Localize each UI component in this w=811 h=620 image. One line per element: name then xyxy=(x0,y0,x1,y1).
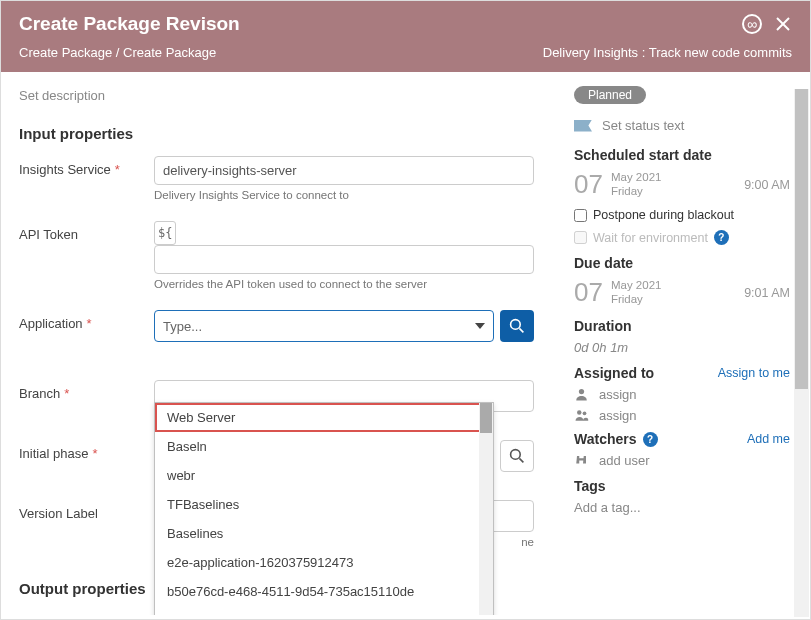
close-icon[interactable] xyxy=(774,15,792,33)
scheduled-month: May 2021 xyxy=(611,171,662,185)
dropdown-item[interactable]: e2e-application-1620375912473 xyxy=(155,548,493,577)
dropdown-scrollbar[interactable] xyxy=(479,403,493,615)
version-label-label: Version Label xyxy=(19,500,154,521)
initial-phase-search-button[interactable] xyxy=(500,440,534,472)
assigned-heading: Assigned to xyxy=(574,365,654,381)
application-dropdown: Web Server Baseln webr TFBaselines Basel… xyxy=(154,402,494,615)
scheduled-day: 07 xyxy=(574,169,603,200)
status-text-input[interactable]: Set status text xyxy=(602,118,684,133)
person-icon xyxy=(574,387,589,402)
assign-text: assign xyxy=(599,387,637,402)
duration-value: 0d 0h 1m xyxy=(574,340,790,355)
input-properties-heading: Input properties xyxy=(19,125,560,142)
watchers-heading: Watchers ? xyxy=(574,431,658,447)
application-label: Application* xyxy=(19,310,154,331)
insights-link[interactable]: Delivery Insights : Track new code commi… xyxy=(543,45,792,60)
dropdown-item[interactable]: webr xyxy=(155,461,493,490)
svg-point-4 xyxy=(511,450,521,460)
binoculars-icon xyxy=(574,453,589,468)
breadcrumb[interactable]: Create Package / Create Package xyxy=(19,45,216,60)
add-me-link[interactable]: Add me xyxy=(747,432,790,446)
dropdown-item[interactable]: TFBaselines xyxy=(155,490,493,519)
tags-heading: Tags xyxy=(574,478,790,494)
svg-point-2 xyxy=(511,320,521,330)
api-token-label: API Token xyxy=(19,221,154,242)
help-icon[interactable]: ? xyxy=(643,432,658,447)
add-tag-input[interactable]: Add a tag... xyxy=(574,500,790,515)
insights-service-input[interactable] xyxy=(154,156,534,185)
postpone-checkbox-row[interactable]: Postpone during blackout xyxy=(574,208,790,222)
branch-label: Branch* xyxy=(19,380,154,401)
people-icon xyxy=(574,408,589,423)
dialog-title: Create Package Revison xyxy=(19,13,240,35)
scheduled-start-heading: Scheduled start date xyxy=(574,147,790,163)
wait-env-checkbox-row: Wait for environment ? xyxy=(574,230,790,245)
assign-person-row[interactable]: assign xyxy=(574,387,790,402)
api-token-input[interactable] xyxy=(154,245,534,274)
due-date-heading: Due date xyxy=(574,255,790,271)
infinity-icon[interactable]: ∞ xyxy=(742,14,762,34)
due-date[interactable]: 07 May 2021Friday 9:01 AM xyxy=(574,277,790,308)
scheduled-time: 9:00 AM xyxy=(744,178,790,192)
help-icon[interactable]: ? xyxy=(714,230,729,245)
status-pill[interactable]: Planned xyxy=(574,86,646,104)
application-input[interactable] xyxy=(163,319,475,334)
svg-point-7 xyxy=(577,410,582,415)
dropdown-item[interactable]: Baseln xyxy=(155,432,493,461)
wait-env-checkbox xyxy=(574,231,587,244)
initial-phase-label: Initial phase* xyxy=(19,440,154,461)
postpone-label: Postpone during blackout xyxy=(593,208,734,222)
application-combobox[interactable] xyxy=(154,310,494,342)
insights-service-label: Insights Service* xyxy=(19,156,154,177)
scheduled-date[interactable]: 07 May 2021Friday 9:00 AM xyxy=(574,169,790,200)
assign-to-me-link[interactable]: Assign to me xyxy=(718,366,790,380)
scheduled-weekday: Friday xyxy=(611,185,662,199)
dropdown-item[interactable]: b50e76cd-e468-4511-9d54-735ac15110de xyxy=(155,577,493,606)
add-user-text: add user xyxy=(599,453,650,468)
svg-line-3 xyxy=(519,328,523,332)
page-scrollbar[interactable] xyxy=(794,89,809,617)
application-search-button[interactable] xyxy=(500,310,534,342)
flag-icon xyxy=(574,120,592,132)
due-time: 9:01 AM xyxy=(744,286,790,300)
dropdown-item-web-server[interactable]: Web Server xyxy=(155,403,493,432)
due-day: 07 xyxy=(574,277,603,308)
postpone-checkbox[interactable] xyxy=(574,209,587,222)
api-token-help: Overrides the API token used to connect … xyxy=(154,278,534,290)
wait-env-label: Wait for environment xyxy=(593,231,708,245)
svg-point-6 xyxy=(579,389,584,394)
insights-service-help: Delivery Insights Service to connect to xyxy=(154,189,534,201)
dropdown-item[interactable]: e2e-application-1620358911024 xyxy=(155,606,493,615)
svg-point-8 xyxy=(583,411,587,415)
set-description[interactable]: Set description xyxy=(19,88,560,103)
assign-team-text: assign xyxy=(599,408,637,423)
due-weekday: Friday xyxy=(611,293,662,307)
duration-heading: Duration xyxy=(574,318,790,334)
due-month: May 2021 xyxy=(611,279,662,293)
svg-line-5 xyxy=(519,458,523,462)
assign-team-row[interactable]: assign xyxy=(574,408,790,423)
add-user-row[interactable]: add user xyxy=(574,453,790,468)
chevron-down-icon[interactable] xyxy=(475,323,485,329)
dropdown-item[interactable]: Baselines xyxy=(155,519,493,548)
expression-toggle-icon[interactable]: ${ xyxy=(154,221,176,245)
